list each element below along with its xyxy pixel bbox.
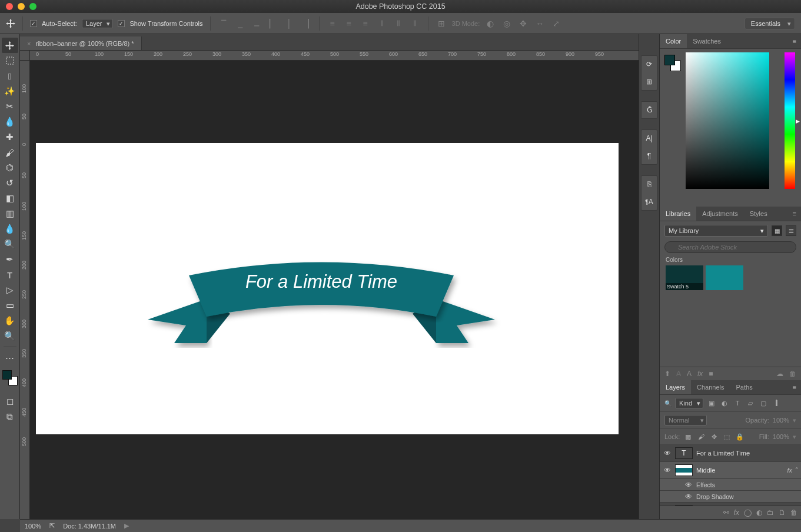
paragraph-styles-icon[interactable]: ¶A	[643, 196, 655, 208]
lock-transparency-icon[interactable]: ▩	[683, 432, 693, 441]
blend-mode-dropdown[interactable]: Normal	[664, 415, 707, 425]
opacity-value[interactable]: 100%	[773, 417, 789, 424]
brush-tool[interactable]: 🖌	[2, 145, 18, 160]
align-hcenter-icon[interactable]: │	[284, 18, 295, 29]
lock-position-icon[interactable]: ✥	[709, 432, 719, 441]
add-char-style-icon[interactable]: A̶	[676, 370, 681, 378]
eraser-tool[interactable]: ◧	[2, 191, 18, 206]
auto-select-checkbox[interactable]: ✓	[30, 20, 37, 27]
distribute-right-icon[interactable]: ⦀	[409, 18, 421, 29]
library-swatch[interactable]: Swatch 5	[666, 265, 703, 290]
layer-filter-kind[interactable]: Kind	[675, 398, 703, 408]
type-tool[interactable]: T	[2, 267, 18, 282]
tab-color[interactable]: Color	[660, 34, 687, 48]
quick-mask-toggle[interactable]: ◻	[2, 394, 18, 409]
horizontal-ruler[interactable]: 0501001502002503003504004505005506006507…	[30, 51, 639, 61]
align-left-icon[interactable]: ▏	[267, 18, 279, 29]
path-selection-tool[interactable]: ▷	[2, 282, 18, 298]
document-tab[interactable]: × ribbon–banner @ 100% (RGB/8) *	[20, 36, 142, 50]
align-vcenter-icon[interactable]: ⎯	[234, 18, 246, 29]
layers-panel-menu-icon[interactable]: ≡	[788, 381, 801, 393]
library-dropdown[interactable]: My Library	[664, 225, 768, 237]
filter-smart-icon[interactable]: ▢	[759, 398, 768, 408]
visibility-toggle-icon[interactable]: 👁	[663, 449, 672, 457]
hand-tool[interactable]: ✋	[2, 313, 18, 328]
edit-toolbar-button[interactable]: ⋯	[2, 350, 18, 365]
doc-size-info[interactable]: Doc: 1.43M/11.1M	[63, 523, 116, 530]
pen-tool[interactable]: ✒	[2, 252, 18, 267]
show-transform-checkbox[interactable]: ✓	[118, 20, 125, 27]
filter-shape-icon[interactable]: ▱	[746, 398, 755, 408]
export-icon[interactable]: ⇱	[49, 522, 55, 530]
move-tool[interactable]	[2, 38, 18, 53]
zoom-level[interactable]: 100%	[25, 523, 41, 530]
marquee-tool[interactable]	[2, 53, 18, 68]
dodge-tool[interactable]: 🔍	[2, 237, 18, 252]
align-top-icon[interactable]: ⎺	[218, 18, 230, 29]
crop-tool[interactable]: ✂	[2, 99, 18, 114]
layer-group-icon[interactable]: 🗀	[767, 508, 774, 517]
color-swatches[interactable]	[2, 370, 18, 385]
layer-fx-indicator[interactable]: fx ˄	[787, 467, 797, 474]
filter-pixel-icon[interactable]: ▣	[707, 398, 716, 408]
eyedropper-tool[interactable]: 💧	[2, 114, 18, 129]
tab-swatches[interactable]: Swatches	[687, 34, 727, 48]
close-tab-icon[interactable]: ×	[27, 40, 31, 47]
visibility-toggle-icon[interactable]: 👁	[663, 466, 672, 474]
filter-type-icon[interactable]: T	[733, 398, 742, 408]
tab-adjustments[interactable]: Adjustments	[696, 207, 744, 221]
color-field[interactable]	[686, 52, 769, 189]
status-flyout-icon[interactable]: ▶	[124, 522, 129, 530]
lock-pixels-icon[interactable]: 🖌	[696, 432, 706, 441]
history-brush-tool[interactable]: ↺	[2, 175, 18, 191]
layer-name[interactable]: Middle	[696, 467, 715, 474]
character-panel-icon[interactable]: A|	[643, 132, 655, 144]
link-layers-icon[interactable]: ⚯	[723, 508, 729, 517]
tab-libraries[interactable]: Libraries	[660, 207, 696, 221]
filter-toggle-icon[interactable]: ⏽	[772, 398, 781, 408]
library-sync-icon[interactable]: ☁	[776, 370, 783, 378]
canvas[interactable]: For a Limited Time	[36, 143, 619, 434]
workspace-switcher[interactable]: Essentials	[745, 18, 795, 29]
layer-row[interactable]: 👁TFor a Limited Time	[660, 445, 801, 462]
adjustment-layer-icon[interactable]: ◐	[756, 508, 762, 517]
fill-value[interactable]: 100%	[773, 433, 789, 440]
clone-stamp-tool[interactable]: ⌬	[2, 160, 18, 175]
library-search-input[interactable]	[664, 241, 796, 253]
lasso-tool[interactable]: 𓏲	[2, 68, 18, 84]
layer-row[interactable]: 👁Middlefx ˄	[660, 462, 801, 479]
layer-effect-row[interactable]: 👁Effects	[660, 479, 801, 491]
library-delete-icon[interactable]: 🗑	[789, 370, 796, 378]
color-panel-menu-icon[interactable]: ≡	[788, 35, 801, 47]
paragraph-panel-icon[interactable]: ¶	[643, 150, 655, 162]
libraries-panel-menu-icon[interactable]: ≡	[788, 208, 801, 220]
new-layer-icon[interactable]: 🗋	[779, 508, 786, 517]
filter-adjust-icon[interactable]: ◐	[720, 398, 729, 408]
add-layer-style-icon[interactable]: fx	[697, 370, 703, 378]
layer-mask-icon[interactable]: ◯	[744, 508, 752, 517]
visibility-toggle-icon[interactable]: 👁	[684, 481, 693, 489]
add-graphic-icon[interactable]: ⬆	[664, 370, 670, 378]
list-view-button[interactable]: ☰	[786, 225, 796, 236]
add-color-icon[interactable]: ■	[709, 370, 713, 378]
properties-panel-icon[interactable]: ⊞	[643, 76, 655, 88]
fg-bg-swatch[interactable]	[664, 55, 681, 71]
tab-channels[interactable]: Channels	[691, 380, 730, 394]
screen-mode-toggle[interactable]: ⧉	[2, 409, 18, 424]
align-bottom-icon[interactable]: ⎽	[251, 18, 262, 29]
layer-effect-row[interactable]: 👁Drop Shadow	[660, 491, 801, 503]
layer-fx-icon[interactable]: fx	[734, 508, 739, 517]
auto-align-icon[interactable]: ⊞	[436, 18, 447, 29]
rectangle-tool[interactable]: ▭	[2, 298, 18, 313]
tab-paths[interactable]: Paths	[730, 380, 759, 394]
distribute-hcenter-icon[interactable]: ⦀	[393, 18, 404, 29]
hue-strip[interactable]	[785, 52, 795, 189]
align-right-icon[interactable]: ▕	[300, 18, 312, 29]
blur-tool[interactable]: 💧	[2, 221, 18, 237]
distribute-top-icon[interactable]: ≡	[327, 18, 338, 29]
distribute-left-icon[interactable]: ⦀	[376, 18, 388, 29]
layer-thumbnail[interactable]: T	[675, 447, 693, 459]
distribute-vcenter-icon[interactable]: ≡	[343, 18, 355, 29]
grid-view-button[interactable]: ▦	[772, 225, 782, 236]
gradient-tool[interactable]: ▥	[2, 206, 18, 221]
